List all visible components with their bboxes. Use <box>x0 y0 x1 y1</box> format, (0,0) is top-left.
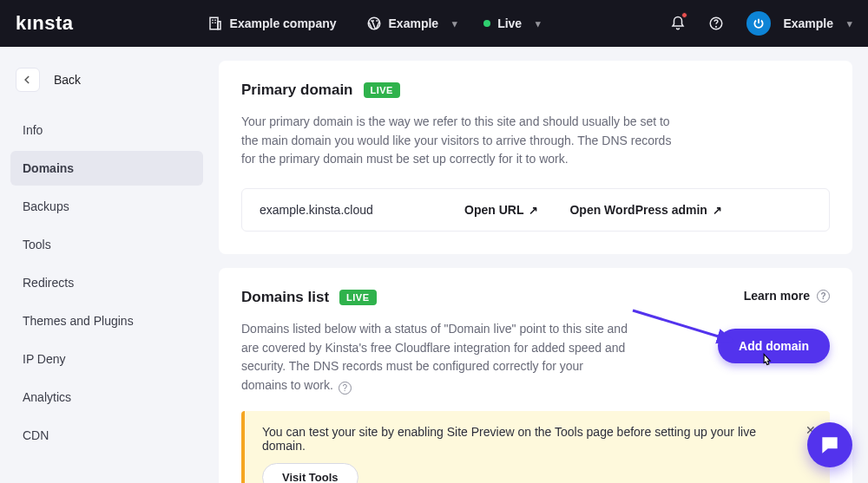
environment-label: Live <box>497 16 522 30</box>
top-bar: kınsta Example company Example ▾ Live ▾ … <box>0 0 868 47</box>
sidebar-item-label: Themes and Plugins <box>23 314 134 328</box>
company-switcher[interactable]: Example company <box>207 16 337 31</box>
wordpress-icon <box>366 16 382 31</box>
link-label: Learn more <box>744 289 810 303</box>
site-name: Example <box>389 16 439 30</box>
sidebar: Back Info Domains Backups Tools Redirect… <box>0 47 214 483</box>
main-content: Primary domain LIVE Your primary domain … <box>214 47 868 483</box>
user-name: Example <box>783 16 833 30</box>
learn-more-link[interactable]: Learn more ? <box>744 289 830 303</box>
chevron-down-icon: ▾ <box>847 18 852 29</box>
sidebar-item-analytics[interactable]: Analytics <box>10 380 203 414</box>
open-wp-admin-link[interactable]: Open WordPress admin ↗ <box>569 203 721 217</box>
primary-domain-title: Primary domain <box>241 82 353 99</box>
svg-line-9 <box>633 310 733 341</box>
sidebar-item-redirects[interactable]: Redirects <box>10 265 203 300</box>
external-link-icon: ↗ <box>529 204 538 217</box>
primary-domain-description: Your primary domain is the way we refer … <box>241 113 675 169</box>
sidebar-item-label: CDN <box>23 428 49 442</box>
chat-widget-button[interactable] <box>807 422 852 467</box>
help-button[interactable] <box>703 10 729 36</box>
power-icon <box>746 11 771 36</box>
banner-text: You can test your site by enabling Site … <box>262 425 790 453</box>
back-link[interactable]: Back <box>10 59 203 113</box>
site-switcher[interactable]: Example ▾ <box>366 16 458 31</box>
sidebar-item-ip-deny[interactable]: IP Deny <box>10 342 203 376</box>
live-badge: LIVE <box>364 82 400 98</box>
svg-rect-1 <box>218 22 220 29</box>
sidebar-item-label: Redirects <box>23 276 74 290</box>
sidebar-item-domains[interactable]: Domains <box>10 151 203 186</box>
site-preview-banner: You can test your site by enabling Site … <box>241 411 830 483</box>
domains-list-card: Domains list LIVE Learn more ? Domains l… <box>219 268 852 483</box>
environment-switcher[interactable]: Live ▾ <box>483 16 541 30</box>
chat-icon <box>819 434 841 456</box>
live-badge: LIVE <box>339 290 376 305</box>
add-domain-button[interactable]: Add domain <box>718 329 830 363</box>
button-label: Visit Tools <box>282 471 339 483</box>
domains-list-description: Domains listed below with a status of "D… <box>241 320 632 395</box>
link-label: Open URL <box>464 203 523 217</box>
svg-rect-0 <box>210 17 218 29</box>
status-dot-icon <box>483 20 490 27</box>
domains-list-title: Domains list <box>241 289 329 306</box>
sidebar-item-cdn[interactable]: CDN <box>10 418 203 453</box>
sidebar-item-label: Tools <box>23 238 51 251</box>
primary-domain-row: example.kinsta.cloud Open URL ↗ Open Wor… <box>241 188 830 232</box>
sidebar-item-label: Backups <box>23 199 69 213</box>
svg-point-8 <box>716 26 717 27</box>
notification-badge <box>681 12 687 18</box>
sidebar-item-label: Domains <box>23 161 74 175</box>
help-icon <box>708 16 724 31</box>
description-text: Domains listed below with a status of "D… <box>241 322 628 392</box>
chevron-down-icon: ▾ <box>452 18 457 29</box>
visit-tools-button[interactable]: Visit Tools <box>262 463 358 483</box>
notifications-button[interactable] <box>665 10 691 36</box>
sidebar-item-label: IP Deny <box>23 352 66 366</box>
primary-domain-value: example.kinsta.cloud <box>260 203 433 217</box>
user-menu[interactable]: Example ▾ <box>746 11 852 36</box>
button-label: Add domain <box>739 339 809 353</box>
link-label: Open WordPress admin <box>569 203 707 217</box>
help-circle-icon: ? <box>339 382 352 395</box>
sidebar-item-backups[interactable]: Backups <box>10 189 203 224</box>
sidebar-item-label: Info <box>23 123 43 137</box>
back-label: Back <box>54 73 81 87</box>
brand-logo: kınsta <box>16 12 74 35</box>
open-url-link[interactable]: Open URL ↗ <box>464 203 538 217</box>
primary-domain-card: Primary domain LIVE Your primary domain … <box>219 61 852 254</box>
arrow-left-icon <box>16 68 40 92</box>
sidebar-item-themes-plugins[interactable]: Themes and Plugins <box>10 304 203 338</box>
external-link-icon: ↗ <box>713 204 722 217</box>
building-icon <box>207 16 223 31</box>
sidebar-item-label: Analytics <box>23 390 71 404</box>
chevron-down-icon: ▾ <box>536 18 541 29</box>
sidebar-item-info[interactable]: Info <box>10 113 203 147</box>
company-name: Example company <box>230 16 337 30</box>
sidebar-item-tools[interactable]: Tools <box>10 227 203 262</box>
help-circle-icon: ? <box>817 290 830 303</box>
